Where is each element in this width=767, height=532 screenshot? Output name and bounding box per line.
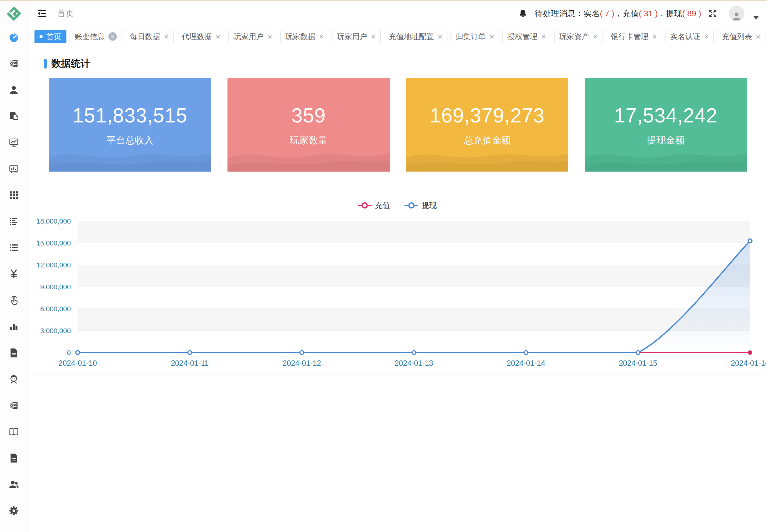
notice-count: ( 89 ) bbox=[682, 9, 701, 18]
fullscreen-icon[interactable] bbox=[707, 8, 718, 19]
tab-close-icon[interactable]: × bbox=[593, 33, 598, 41]
sidebar-menu bbox=[8, 31, 20, 517]
sidebar-item-bar-chart-icon[interactable] bbox=[8, 321, 20, 333]
tab-label: 充值地址配置 bbox=[389, 32, 434, 42]
tab-label: 玩家用户 bbox=[337, 32, 367, 42]
app-logo[interactable] bbox=[0, 0, 28, 27]
tab-归集订单[interactable]: 归集订单× bbox=[451, 30, 499, 43]
chart-legend: 充值提现 bbox=[28, 200, 767, 210]
section-head: 数据统计 bbox=[44, 57, 767, 70]
sidebar-item-user-icon[interactable] bbox=[8, 84, 20, 96]
tab-label: 首页 bbox=[46, 32, 61, 42]
sidebar-item-monitor-chart-icon[interactable] bbox=[8, 137, 20, 148]
legend-item-充值[interactable]: 充值 bbox=[358, 200, 390, 210]
tab-close-icon[interactable]: × bbox=[652, 33, 657, 41]
tab-close-icon[interactable]: × bbox=[267, 33, 272, 41]
tab-close-icon[interactable]: × bbox=[438, 33, 443, 41]
tab-label: 玩家资产 bbox=[559, 32, 589, 42]
sidebar bbox=[0, 0, 28, 532]
tab-充值列表[interactable]: 充值列表× bbox=[717, 30, 765, 43]
stat-card-提现金额: 17,534,242提现金额 bbox=[585, 78, 747, 172]
svg-text:2024-01-10: 2024-01-10 bbox=[59, 359, 97, 367]
sidebar-item-grid-table-icon[interactable] bbox=[8, 189, 20, 201]
sidebar-collapse-icon[interactable] bbox=[36, 7, 48, 20]
tab-close-icon[interactable]: × bbox=[371, 33, 376, 41]
svg-text:12,000,000: 12,000,000 bbox=[36, 261, 71, 269]
tab-玩家用户[interactable]: 玩家用户× bbox=[228, 30, 277, 43]
sidebar-item-customer-face-icon[interactable] bbox=[8, 373, 20, 385]
avatar[interactable] bbox=[729, 6, 744, 21]
tab-label: 归集订单 bbox=[456, 32, 486, 42]
tab-close-icon[interactable]: × bbox=[490, 33, 494, 41]
stat-value: 17,534,242 bbox=[614, 104, 718, 127]
sidebar-item-calendar-board-icon[interactable] bbox=[8, 163, 20, 175]
stat-value: 151,833,515 bbox=[73, 104, 188, 127]
svg-text:9,000,000: 9,000,000 bbox=[40, 283, 71, 291]
sidebar-item-copy-report-icon[interactable] bbox=[8, 110, 20, 122]
notice-count: ( 31 ) bbox=[639, 9, 658, 18]
active-tab-dot bbox=[39, 35, 43, 38]
tab-充值地址配置[interactable]: 充值地址配置× bbox=[384, 30, 448, 43]
panel-divider bbox=[28, 375, 767, 375]
tab-label: 实名认证 bbox=[670, 32, 700, 42]
sidebar-item-list-menu-icon[interactable] bbox=[8, 242, 20, 254]
header: 首页 待处理消息：实名( 7 )，充值( 31 )，提现( 89 ) bbox=[28, 0, 767, 27]
tab-label: 授权管理 bbox=[507, 32, 537, 42]
tab-label: 代理数据 bbox=[182, 32, 212, 42]
tab-玩家资产[interactable]: 玩家资产× bbox=[554, 30, 603, 43]
sidebar-item-excel-report-icon[interactable] bbox=[8, 58, 20, 70]
tab-close-icon[interactable]: × bbox=[319, 33, 324, 41]
tab-close-icon[interactable]: × bbox=[541, 33, 546, 41]
stat-card-inner: 359玩家数量 bbox=[227, 78, 390, 172]
pending-messages[interactable]: 待处理消息：实名( 7 )，充值( 31 )，提现( 89 ) bbox=[535, 8, 701, 19]
sidebar-item-yen-icon[interactable] bbox=[8, 268, 20, 280]
section-title: 数据统计 bbox=[51, 57, 90, 70]
svg-text:2024-01-16: 2024-01-16 bbox=[731, 359, 766, 367]
caret-down-icon[interactable] bbox=[753, 16, 759, 19]
tab-label: 账变信息 bbox=[75, 32, 105, 42]
stat-card-玩家数量: 359玩家数量 bbox=[227, 78, 390, 172]
tab-close-icon[interactable]: × bbox=[108, 32, 117, 41]
stat-card-总充值金额: 169,379,273总充值金额 bbox=[406, 78, 568, 172]
tab-实名认证[interactable]: 实名认证× bbox=[665, 30, 714, 43]
stat-card-inner: 169,379,273总充值金额 bbox=[406, 78, 568, 172]
tab-玩家数据[interactable]: 玩家数据× bbox=[280, 30, 329, 43]
tab-bar: 首页账变信息×每日数据×代理数据×玩家用户×玩家数据×玩家用户×充值地址配置×归… bbox=[28, 27, 767, 46]
stat-label: 玩家数量 bbox=[290, 134, 327, 147]
svg-text:2024-01-15: 2024-01-15 bbox=[619, 359, 657, 367]
sidebar-item-document-icon[interactable] bbox=[8, 347, 20, 359]
tab-账变信息[interactable]: 账变信息× bbox=[70, 30, 122, 43]
stat-label: 总充值金额 bbox=[464, 134, 511, 147]
tab-label: 玩家数据 bbox=[285, 32, 315, 42]
tab-玩家用户[interactable]: 玩家用户× bbox=[332, 30, 381, 43]
chart-section: 充值提现 18,000,00015,000,00012,000,0009,000… bbox=[28, 200, 767, 375]
tab-close-icon[interactable]: × bbox=[756, 33, 760, 41]
tab-每日数据[interactable]: 每日数据× bbox=[125, 30, 174, 43]
svg-text:2024-01-11: 2024-01-11 bbox=[171, 359, 209, 367]
sidebar-item-open-book-icon[interactable] bbox=[8, 426, 20, 438]
tab-close-icon[interactable]: × bbox=[164, 33, 168, 41]
tab-授权管理[interactable]: 授权管理× bbox=[502, 30, 551, 43]
sidebar-item-excel-report-icon[interactable] bbox=[8, 400, 20, 411]
tab-银行卡管理[interactable]: 银行卡管理× bbox=[606, 30, 662, 43]
tab-close-icon[interactable]: × bbox=[215, 33, 220, 41]
tab-close-icon[interactable]: × bbox=[704, 33, 709, 41]
breadcrumb[interactable]: 首页 bbox=[57, 8, 74, 19]
stat-label: 提现金额 bbox=[647, 134, 685, 147]
sidebar-item-list-dotted-icon[interactable] bbox=[8, 215, 20, 227]
legend-label: 提现 bbox=[422, 200, 437, 210]
legend-item-提现[interactable]: 提现 bbox=[405, 200, 437, 210]
stat-card-inner: 17,534,242提现金额 bbox=[585, 78, 747, 172]
svg-text:0: 0 bbox=[67, 349, 71, 357]
svg-text:18,000,000: 18,000,000 bbox=[36, 217, 71, 225]
sidebar-item-settings-icon[interactable] bbox=[8, 505, 20, 517]
tab-首页[interactable]: 首页 bbox=[34, 30, 66, 43]
legend-label: 充值 bbox=[375, 200, 390, 210]
tab-代理数据[interactable]: 代理数据× bbox=[177, 30, 225, 43]
sidebar-item-user-group-icon[interactable] bbox=[8, 478, 20, 490]
sidebar-item-dashboard-icon[interactable] bbox=[8, 31, 20, 43]
sidebar-item-document-icon[interactable] bbox=[8, 452, 20, 464]
sidebar-item-click-pointer-icon[interactable] bbox=[8, 294, 20, 306]
notice-label: 实名 bbox=[583, 9, 600, 18]
bell-icon[interactable] bbox=[518, 8, 528, 19]
